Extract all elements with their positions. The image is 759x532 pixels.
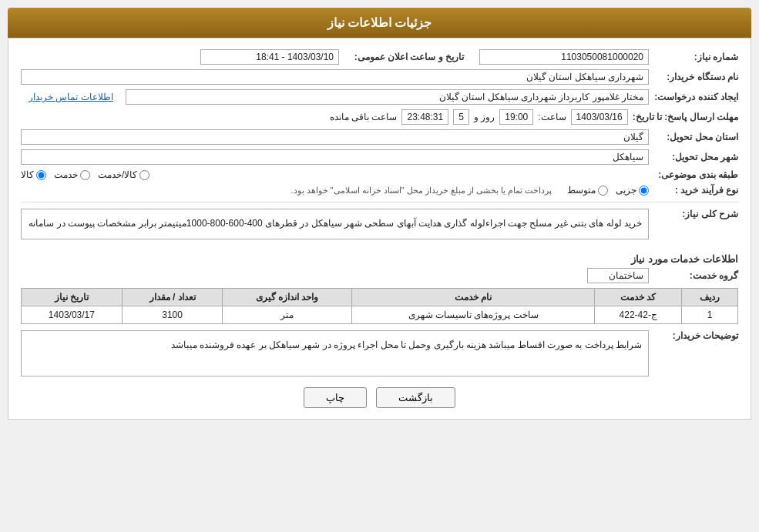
response-time: 19:00	[499, 109, 533, 125]
need-number-label: شماره نیاز:	[653, 52, 738, 62]
response-time-label: ساعت:	[538, 112, 566, 122]
col-header-date: تاریخ نیاز	[22, 288, 123, 306]
category-kala-khadamat-radio[interactable]	[139, 170, 149, 180]
category-khadamat-label: خدمت	[54, 169, 78, 180]
contact-link[interactable]: اطلاعات تماس خریدار	[21, 92, 121, 102]
button-row: بازگشت چاپ	[21, 387, 738, 408]
col-header-code: کد خدمت	[595, 288, 682, 306]
announcement-date-value: 1403/03/10 - 18:41	[200, 49, 339, 65]
announcement-date-label: تاریخ و ساعت اعلان عمومی:	[344, 52, 475, 62]
buyer-notes-label: توضیحات خریدار:	[653, 330, 738, 341]
process-jozii-radio[interactable]	[639, 186, 649, 196]
remaining-days-label: روز و	[474, 112, 495, 122]
category-khadamat-radio[interactable]	[80, 170, 90, 180]
remaining-time: 23:48:31	[401, 109, 448, 125]
need-number-value: 1103050081000020	[479, 49, 649, 65]
category-kala-khadamat-label: کالا/خدمت	[98, 169, 137, 180]
need-description: خرید لوله های بتنی غیر مسلح جهت اجراءلول…	[21, 209, 649, 239]
city-value: سیاهکل	[21, 149, 649, 165]
table-row: 1 ج-42-422 ساخت پروژه‌های تاسیسات شهری م…	[22, 306, 738, 323]
response-date: 1403/03/16	[571, 109, 628, 125]
col-header-unit: واحد اندازه گیری	[223, 288, 351, 306]
services-section-title: اطلاعات خدمات مورد نیاز	[21, 253, 738, 265]
back-button[interactable]: بازگشت	[376, 387, 455, 408]
category-kala-khadamat-item[interactable]: کالا/خدمت	[98, 169, 149, 180]
province-value: گیلان	[21, 129, 649, 145]
buyer-org-value: شهرداری سیاهکل استان گیلان	[21, 69, 649, 85]
category-kala-label: کالا	[21, 169, 34, 180]
process-jozii-item[interactable]: جزیی	[616, 185, 649, 196]
col-header-name: نام خدمت	[351, 288, 595, 306]
category-kala-item[interactable]: کالا	[21, 169, 46, 180]
category-khadamat-item[interactable]: خدمت	[54, 169, 90, 180]
process-note: پرداخت تمام یا بخشی از مبلغ خریداز محل "…	[291, 186, 552, 196]
category-label: طبقه بندی موضوعی:	[653, 169, 738, 180]
cell-name-0: ساخت پروژه‌های تاسیسات شهری	[351, 306, 595, 323]
page-header: جزئیات اطلاعات نیاز	[8, 8, 751, 38]
cell-quantity-0: 3100	[122, 306, 223, 323]
process-motavasset-item[interactable]: متوسط	[567, 185, 608, 196]
response-deadline-label: مهلت ارسال پاسخ: تا تاریخ:	[633, 112, 738, 122]
process-radio-group: جزیی متوسط پرداخت تمام یا بخشی از مبلغ خ…	[21, 185, 649, 196]
cell-date-0: 1403/03/17	[22, 306, 123, 323]
process-jozii-label: جزیی	[616, 185, 636, 196]
process-motavasset-radio[interactable]	[598, 186, 608, 196]
header-title: جزئیات اطلاعات نیاز	[327, 16, 432, 29]
col-header-quantity: تعداد / مقدار	[122, 288, 223, 306]
buyer-org-label: نام دستگاه خریدار:	[653, 72, 738, 82]
city-label: شهر محل تحویل:	[653, 152, 738, 162]
need-description-label: شرح کلی نیاز:	[653, 209, 738, 219]
service-group-label: گروه خدمت:	[653, 270, 738, 281]
services-table: ردیف کد خدمت نام خدمت واحد اندازه گیری ت…	[21, 288, 738, 324]
col-header-row: ردیف	[682, 288, 738, 306]
buyer-notes: شرایط پرداخت به صورت اقساط میباشد هزینه …	[21, 330, 649, 376]
process-label: نوع فرآیند خرید :	[653, 185, 738, 196]
process-motavasset-label: متوسط	[567, 185, 596, 196]
category-radio-group: کالا/خدمت خدمت کالا	[21, 169, 649, 180]
category-kala-radio[interactable]	[36, 170, 46, 180]
province-label: استان محل تحویل:	[653, 132, 738, 142]
cell-row-0: 1	[682, 306, 738, 323]
cell-unit-0: متر	[223, 306, 351, 323]
service-group-value: ساختمان	[587, 268, 649, 283]
cell-code-0: ج-42-422	[595, 306, 682, 323]
remaining-time-label: ساعت باقی مانده	[330, 112, 398, 122]
remaining-days: 5	[453, 109, 469, 125]
creator-label: ایجاد کننده درخواست:	[653, 92, 738, 102]
creator-value: مختار غلامپور کاربرداز شهرداری سیاهکل اس…	[126, 89, 649, 105]
print-button[interactable]: چاپ	[304, 387, 367, 408]
